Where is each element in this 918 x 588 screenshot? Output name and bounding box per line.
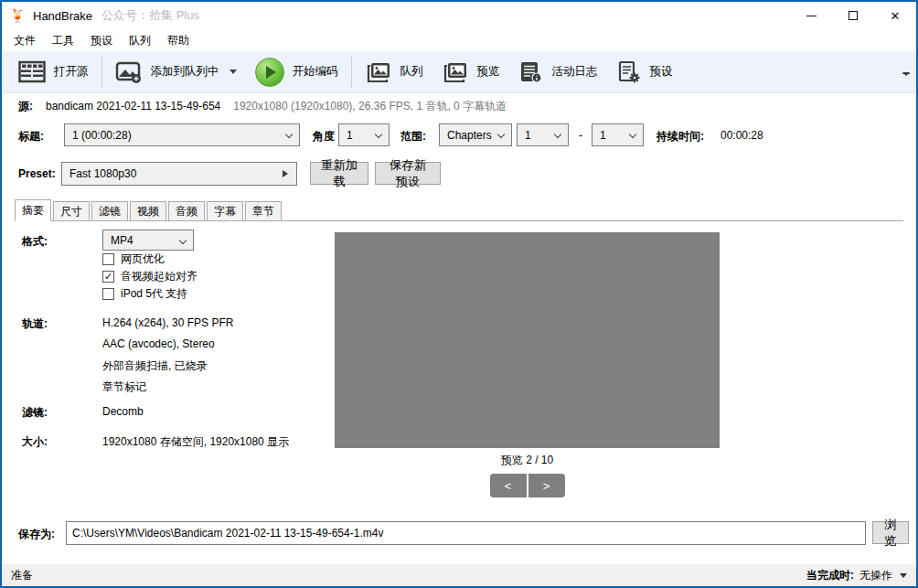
track-subtitle: 外部音频扫描, 已烧录 [102,358,208,374]
photo-stack-icon [442,60,469,84]
play-icon [255,58,284,87]
close-button[interactable]: ✕ [874,2,916,29]
range-start-select[interactable]: 1 [517,123,569,146]
range-end-select[interactable]: 1 [592,123,644,146]
window-controls: ✕ [790,2,916,29]
preset-select[interactable]: Fast 1080p30 [61,162,297,186]
angle-select-value: 1 [347,129,353,142]
source-row: 源: bandicam 2021-02-11 13-15-49-654 1920… [18,99,507,114]
toolbar: 打开源 添加到队列中 开始编码 队列 [2,51,916,93]
app-title: HandBrake [33,9,92,23]
presets-button[interactable]: 预设 [607,54,682,91]
browse-button[interactable]: 浏览 [872,521,909,544]
menu-help[interactable]: 帮助 [159,30,197,51]
start-encode-label: 开始编码 [293,64,338,80]
range-type-select[interactable]: Chapters [439,123,512,146]
minimize-button[interactable] [790,2,832,29]
range-type-value: Chapters [447,129,492,142]
queue-button[interactable]: 队列 [356,54,432,91]
tab-summary[interactable]: 摘要 [15,199,51,221]
source-details: 1920x1080 (1920x1080), 26.36 FPS, 1 音轨, … [233,99,507,114]
app-title-suffix: 公众号：拾集 Plus [101,7,199,24]
minimize-icon [806,16,817,16]
preview-prev-button[interactable]: < [490,474,527,497]
chevron-down-icon [375,131,382,138]
tabstrip: 摘要 尺寸 滤镜 视频 音频 字幕 章节 [15,200,903,221]
menu-file[interactable]: 文件 [5,30,44,51]
chevron-down-icon [230,69,237,74]
open-source-button[interactable]: 打开源 [9,54,98,91]
title-label: 标题: [18,129,44,144]
preview-next-button[interactable]: > [528,474,565,497]
preset-label: Preset: [18,167,56,180]
save-new-preset-button[interactable]: 保存新预设 [375,162,441,185]
track-video: H.264 (x264), 30 FPS PFR [102,316,233,329]
size-value: 1920x1080 存储空间, 1920x1080 显示 [102,434,289,450]
chevron-down-icon [285,131,293,138]
toolbar-separator [101,57,102,88]
picture-add-icon [115,60,143,84]
preset-select-value: Fast 1080p30 [69,167,136,180]
source-label: 源: [18,99,33,114]
chevron-down-icon [497,131,505,138]
range-label: 范围: [400,129,426,144]
chevron-down-icon [629,131,636,138]
source-name: bandicam 2021-02-11 13-15-49-654 [46,100,220,112]
preview-button[interactable]: 预览 [432,54,509,91]
checkbox-icon [102,253,114,265]
tab-subtitles[interactable]: 字幕 [207,201,243,220]
web-optimized-label: 网页优化 [121,251,165,267]
web-optimized-checkbox[interactable]: 网页优化 [102,251,165,267]
tracks-label: 轨道: [22,316,48,332]
toolbar-overflow-button[interactable] [902,73,911,89]
presets-label: 预设 [650,64,673,80]
add-to-queue-button[interactable]: 添加到队列中 [106,54,246,91]
angle-label: 角度 [313,129,335,144]
ipod-support-label: iPod 5代 支持 [121,286,187,302]
menubar: 文件 工具 预设 队列 帮助 [2,29,916,51]
toolbar-separator [351,57,352,88]
ipod-support-checkbox[interactable]: iPod 5代 支持 [102,286,187,302]
chevron-down-icon [554,131,561,138]
tab-filters[interactable]: 滤镜 [91,201,128,220]
preview-nav: < > [335,474,720,497]
statusbar: 准备 当完成时: 无操作 [2,564,916,586]
preview-counter: 预览 2 / 10 [335,453,720,468]
preset-gear-document-icon [616,60,642,84]
start-encode-button[interactable]: 开始编码 [246,54,347,91]
title-row: 标题: 1 (00:00:28) 角度 1 范围: Chapters 1 - 1… [18,123,916,147]
titlebar: 🍹 HandBrake 公众号：拾集 Plus ✕ [2,2,916,29]
tab-chapters[interactable]: 章节 [245,201,282,220]
queue-label: 队列 [400,64,423,80]
chevron-right-icon [283,170,288,177]
when-done-control[interactable]: 当完成时: 无操作 [806,568,907,583]
activity-log-button[interactable]: 活动日志 [509,54,607,91]
menu-presets[interactable]: 预设 [82,30,121,51]
save-row: 保存为: 浏览 [18,521,916,545]
duration-value: 00:00:28 [721,129,763,142]
track-chapters: 章节标记 [102,380,146,395]
align-av-start-checkbox[interactable]: ✓ 音视频起始对齐 [102,269,197,284]
status-text: 准备 [11,568,33,583]
add-to-queue-label: 添加到队列中 [151,64,219,80]
tab-video[interactable]: 视频 [130,201,166,220]
track-audio: AAC (avcodec), Stereo [102,337,215,350]
tab-audio[interactable]: 音频 [168,201,205,220]
maximize-button[interactable] [832,2,874,29]
size-label: 大小: [22,434,48,450]
when-done-value: 无操作 [859,568,892,583]
close-icon: ✕ [891,9,901,23]
format-select[interactable]: MP4 [102,230,194,251]
handbrake-logo-icon: 🍹 [9,7,26,24]
preview-image [335,232,720,448]
angle-select[interactable]: 1 [338,123,390,146]
menu-tools[interactable]: 工具 [44,30,82,51]
open-source-label: 打开源 [54,64,89,80]
menu-queue[interactable]: 队列 [121,30,159,51]
title-select[interactable]: 1 (00:00:28) [64,123,300,146]
tab-dimensions[interactable]: 尺寸 [53,201,90,220]
range-end-value: 1 [600,129,606,142]
reload-preset-button[interactable]: 重新加载 [310,162,368,185]
checkbox-icon [102,288,114,300]
save-path-input[interactable] [66,521,866,545]
